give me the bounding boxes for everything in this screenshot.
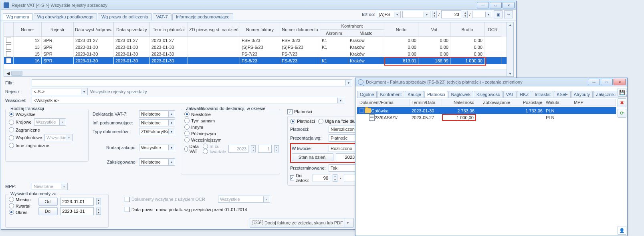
grid-body[interactable]: 12SPR2023-01-272023-01-272023-01-27FSE-3… <box>4 37 513 70</box>
col-vat[interactable]: Vat <box>418 22 450 37</box>
zakw-pozniejszym[interactable]: Późniejszym <box>184 131 277 136</box>
grid-row[interactable]: 16SPR2023-01-302023-01-302023-01-30FS-8/… <box>4 57 513 64</box>
zakw-tymsamym[interactable]: Tym samym <box>184 118 277 123</box>
plat-opt-platnosci[interactable]: Płatności <box>290 119 315 124</box>
doc-tab-platnosci[interactable]: Płatności <box>424 91 448 98</box>
col-data-sprz[interactable]: Data sprzedaży <box>114 22 150 37</box>
rodzaj-zakupu-combo[interactable]: Wszystkie▾ <box>139 144 175 151</box>
dh-forma[interactable]: Dokument/Forma <box>358 99 410 106</box>
row-checkbox[interactable] <box>6 44 11 50</box>
rejestr-combo[interactable]: <-S-> ▾ <box>32 88 88 95</box>
okres-miesiac[interactable]: Miesiąc <box>9 197 30 202</box>
grid-row[interactable]: 12SPR2023-01-272023-01-272023-01-27FSE-3… <box>4 37 513 44</box>
doc-tab-kontrahent[interactable]: Kontrahent <box>377 91 404 98</box>
doc-row[interactable]: - Gotówka2023-01-302 733,061 733,06PLN <box>357 107 616 114</box>
row-checkbox[interactable] <box>6 51 11 56</box>
doc-tree-body[interactable]: - Gotówka2023-01-302 733,061 733,06PLN 2… <box>357 107 616 121</box>
doc-tab-ksef[interactable]: KSeF <box>554 91 571 98</box>
od-input[interactable] <box>60 198 94 206</box>
grid-hscroll[interactable]: ◀ <box>4 70 513 76</box>
minimize-button[interactable]: — <box>477 2 489 8</box>
row-checkbox[interactable] <box>6 58 11 63</box>
doc-minimize-button[interactable]: — <box>588 79 600 85</box>
dh-naleznosc[interactable]: Należność <box>442 99 476 106</box>
do-input[interactable] <box>60 207 94 215</box>
doc-titlebar[interactable]: Dokument - Faktura sprzedaży [FS-8/23] (… <box>355 78 627 86</box>
doc-tab-atrybuty[interactable]: Atrybuty <box>571 91 593 98</box>
zakw-nieistotne[interactable]: Nieistotne <box>184 112 277 117</box>
data-powst-check[interactable]: Data powst. obow. podatk. wg przepisów p… <box>125 207 270 212</box>
dh-waluta[interactable]: Waluta <box>544 99 572 106</box>
scroll-left-icon[interactable]: ◀ <box>6 71 10 76</box>
od-spin[interactable]: ▲▼ <box>96 198 101 205</box>
save-icon[interactable]: 💾 <box>618 88 626 97</box>
col-termin[interactable]: Termin płatności <box>150 22 188 37</box>
idzdo-spin-2[interactable]: ▲▼ <box>463 11 468 18</box>
col-brutto[interactable]: Brutto <box>450 22 485 37</box>
grid-row[interactable]: 13SPR2023-01-302023-01-302023-01-30(S)FS… <box>4 44 513 50</box>
doc-close-button[interactable]: ✕ <box>614 79 626 85</box>
col-miasto[interactable]: Miasto <box>348 30 384 37</box>
tab-vat7[interactable]: VAT-7 <box>153 13 172 20</box>
do-spin[interactable]: ▲▼ <box>96 208 101 215</box>
dh-zobowiazanie[interactable]: Zobowiązanie <box>476 99 512 106</box>
dni-from-spin[interactable]: ▲▼ <box>333 174 337 182</box>
tree-toggle[interactable]: - <box>359 108 364 113</box>
doc-tab-intrastat[interactable]: Intrastat <box>532 91 553 98</box>
col-rejestr[interactable]: Rejestr <box>42 22 74 37</box>
wlasciciel-combo[interactable]: <Wszystkie> ▾ <box>32 97 344 104</box>
zakw-innym[interactable]: Innym <box>184 124 277 130</box>
col-kontrahent[interactable]: Kontrahent <box>320 22 384 30</box>
rt-wszystkie[interactable]: Wszystkie <box>9 112 85 117</box>
col-data-wyst[interactable]: Data wyst./odpraw. <box>74 22 114 37</box>
refresh-icon[interactable]: ⟳ <box>618 109 626 118</box>
rt-krajowe[interactable]: Krajowe <box>9 120 32 125</box>
doc-tab-kaucje[interactable]: Kaucje <box>405 91 424 98</box>
plat-opt-ulga[interactable]: Ulga na "złe długi" <box>318 119 361 124</box>
user-icon[interactable]: 👤 <box>618 226 626 235</box>
col-ocr[interactable]: OCR <box>485 22 501 37</box>
idzdo-empty-combo-2[interactable]: ▾ <box>472 11 492 18</box>
idzdo-code-combo[interactable]: (A)FS ▾ <box>377 11 401 18</box>
doc-tab-ksiegowosc[interactable]: Księgowość <box>474 91 503 98</box>
rt-inne[interactable]: Inne zagraniczne <box>9 143 85 148</box>
okres-kwartal[interactable]: Kwartał <box>9 203 30 208</box>
doc-tab-naglowek[interactable]: Nagłówek <box>448 91 473 98</box>
next-button[interactable]: ▣ <box>494 10 503 18</box>
rt-wspolnotowe[interactable]: Wspólnotowe <box>9 135 42 140</box>
idzdo-num-input[interactable] <box>441 10 461 18</box>
col-dokument[interactable]: Numer dokumentu <box>280 22 320 37</box>
doc-tab-zalaczniki[interactable]: Załączniki <box>593 91 618 98</box>
stan-na-dzien-button[interactable]: Stan na dzień: <box>292 153 333 161</box>
idzdo-spin-1[interactable]: ▲▼ <box>432 11 437 18</box>
od-button[interactable]: Od: <box>38 198 58 206</box>
zakw-wczesniejszym[interactable]: Wcześniejszym <box>184 137 277 142</box>
zaksiegowano-combo[interactable]: Nieistotne▾ <box>139 158 175 166</box>
okres-okres[interactable]: Okres <box>9 210 30 215</box>
col-netto[interactable]: Netto <box>384 22 418 37</box>
delete-icon[interactable]: ✖ <box>618 98 626 107</box>
rt-zagraniczne[interactable]: Zagraniczne <box>9 127 85 132</box>
do-button[interactable]: Do: <box>38 207 58 215</box>
tab-wg-obowiazku[interactable]: Wg obowiązku podatkowego <box>34 13 97 20</box>
dni-from[interactable] <box>313 174 330 182</box>
tab-wg-numeru[interactable]: Wg numeru <box>3 13 33 20</box>
col-akronim[interactable]: Akronim <box>320 30 348 37</box>
maximize-button[interactable]: ▭ <box>490 2 502 8</box>
close-button[interactable]: ✕ <box>503 2 515 8</box>
typy-combo[interactable]: ZD/Faktury/Kor▾ <box>139 128 175 135</box>
jump-button[interactable]: ⇥ <box>504 10 513 18</box>
tab-informacje[interactable]: Informacje podsumowujące <box>172 13 233 20</box>
doc-tab-ogolne[interactable]: Ogólne <box>357 91 377 98</box>
doc-maximize-button[interactable]: ▭ <box>601 79 613 85</box>
col-numer[interactable]: Numer <box>14 22 42 37</box>
col-faktura[interactable]: Numer faktury <box>240 22 280 37</box>
scroll-down-icon[interactable]: ▼ <box>509 72 512 76</box>
col-zd[interactable]: ZD pierw. wg st. na dzień <box>188 22 240 37</box>
dni-zwloki-check[interactable]: Dni zwłoki: <box>290 173 310 183</box>
grid-vscroll[interactable]: ▲ ▼ <box>507 22 513 76</box>
ocr-add-bar[interactable]: OCR Dodaj fakturę ze zdjęcia, skanu lub … <box>250 218 354 228</box>
row-checkbox[interactable] <box>6 38 11 43</box>
doc-tab-rkz[interactable]: RKZ <box>517 91 531 98</box>
dh-pozostaje[interactable]: Pozostaje <box>512 99 544 106</box>
